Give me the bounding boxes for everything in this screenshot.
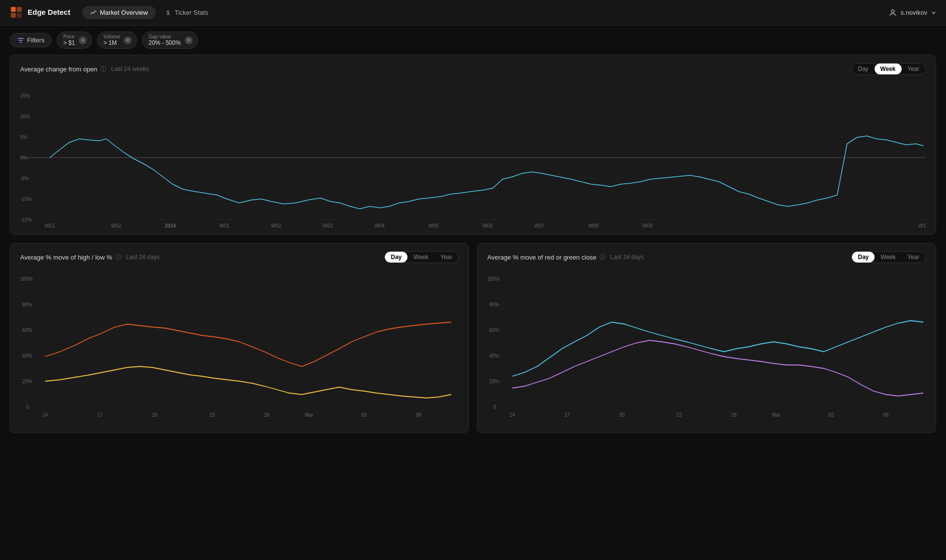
svg-text:03: 03 [828, 412, 834, 418]
svg-text:W02: W02 [271, 223, 281, 229]
logo: Edge Detect [10, 6, 70, 20]
filters-label: Filters [27, 36, 44, 44]
svg-text:17: 17 [97, 412, 103, 418]
svg-rect-3 [17, 13, 22, 18]
top-chart-svg: 15% 10% 5% 0% -5% -10% -15% W51 W52 2024… [20, 81, 926, 229]
svg-text:W01: W01 [219, 223, 230, 229]
top-chart-card: Average change from open ⓘ Last 24 weeks… [10, 55, 936, 235]
svg-text:14: 14 [42, 412, 48, 418]
bottom-right-chart-card: Average % move of red or green close ⓘ L… [477, 243, 936, 433]
user-menu[interactable]: s.novikov [889, 9, 936, 17]
bottom-left-chart-svg: 100% 80% 60% 40% 20% 0 14 17 20 23 26 [20, 269, 459, 427]
svg-text:03: 03 [361, 412, 367, 418]
nav-tab-ticker-stats[interactable]: $ Ticker Stats [158, 6, 216, 19]
svg-text:W03: W03 [323, 223, 333, 229]
price-chip-close[interactable]: ✕ [79, 36, 87, 44]
nav-tab-ticker-stats-label: Ticker Stats [174, 9, 208, 16]
volume-chip-value: > 1M [103, 39, 117, 46]
dollar-icon: $ [166, 10, 171, 16]
svg-text:-5%: -5% [20, 176, 29, 181]
logo-icon [10, 6, 24, 20]
svg-text:5%: 5% [20, 134, 28, 140]
bottom-left-chart-card: Average % move of high / low % ⓘ Last 24… [10, 243, 469, 433]
svg-text:100%: 100% [487, 276, 500, 282]
svg-text:10%: 10% [20, 114, 30, 119]
nav-tab-market-overview[interactable]: Market Overview [82, 6, 156, 19]
svg-rect-2 [11, 13, 16, 18]
bl-toggle-week[interactable]: Week [407, 252, 434, 263]
svg-text:W10: W10 [918, 223, 926, 229]
top-chart-info-icon: ⓘ [101, 65, 106, 73]
volume-chip-close[interactable]: ✕ [124, 36, 132, 44]
svg-rect-1 [17, 7, 22, 12]
top-toggle-year[interactable]: Year [902, 64, 925, 74]
svg-text:06: 06 [883, 412, 889, 418]
charts-container: Average change from open ⓘ Last 24 weeks… [0, 55, 946, 443]
svg-text:W52: W52 [111, 223, 122, 229]
svg-text:20%: 20% [489, 379, 499, 384]
filter-chip-volume: Volume > 1M ✕ [97, 32, 137, 49]
svg-text:0%: 0% [20, 155, 28, 161]
svg-text:W09: W09 [642, 223, 653, 229]
svg-text:100%: 100% [20, 276, 33, 282]
user-icon [889, 9, 897, 17]
svg-text:14: 14 [509, 412, 515, 418]
top-chart-period: Last 24 weeks [111, 66, 149, 72]
br-toggle-year[interactable]: Year [902, 252, 925, 263]
filter-bar: Filters Price > $1 ✕ Volume > 1M ✕ Gap v… [0, 26, 946, 55]
filters-button[interactable]: Filters [10, 33, 52, 47]
svg-text:W04: W04 [374, 223, 385, 229]
svg-text:26: 26 [264, 412, 270, 418]
svg-text:23: 23 [209, 412, 215, 418]
volume-chip-label: Volume [103, 34, 120, 39]
gap-chip-close[interactable]: ✕ [185, 36, 193, 44]
bl-toggle-year[interactable]: Year [435, 252, 458, 263]
top-chart-header: Average change from open ⓘ Last 24 weeks… [20, 63, 926, 75]
bottom-left-toggles: Day Week Year [384, 251, 459, 263]
br-toggle-day[interactable]: Day [852, 252, 875, 263]
svg-text:40%: 40% [489, 353, 499, 359]
svg-text:W06: W06 [483, 223, 493, 229]
svg-text:17: 17 [564, 412, 570, 418]
svg-text:60%: 60% [489, 328, 499, 333]
bottom-left-svg-container: 100% 80% 60% 40% 20% 0 14 17 20 23 26 [20, 269, 459, 427]
bottom-right-chart-header: Average % move of red or green close ⓘ L… [487, 251, 926, 263]
header: Edge Detect Market Overview $ Ticker Sta… [0, 0, 946, 26]
svg-text:-15%: -15% [20, 217, 32, 223]
bl-toggle-day[interactable]: Day [385, 252, 407, 263]
svg-text:2024: 2024 [165, 223, 176, 229]
top-chart-svg-container: 15% 10% 5% 0% -5% -10% -15% W51 W52 2024… [20, 81, 926, 229]
svg-text:Mar: Mar [305, 412, 314, 418]
gap-chip-value: 20% - 500% [148, 39, 180, 46]
svg-text:20%: 20% [22, 379, 32, 384]
filter-chip-price: Price > $1 ✕ [57, 32, 92, 49]
svg-text:20: 20 [619, 412, 625, 418]
bottom-right-chart-svg: 100% 80% 60% 40% 20% 0 14 17 20 23 26 [487, 269, 926, 427]
svg-text:W51: W51 [45, 223, 55, 229]
top-chart-toggles: Day Week Year [851, 63, 926, 75]
br-toggle-week[interactable]: Week [875, 252, 901, 263]
bottom-left-info-icon: ⓘ [115, 253, 121, 262]
svg-text:0: 0 [493, 404, 496, 410]
svg-text:80%: 80% [489, 302, 499, 307]
chart-icon [90, 9, 97, 16]
bottom-right-svg-container: 100% 80% 60% 40% 20% 0 14 17 20 23 26 [487, 269, 926, 427]
svg-text:W05: W05 [429, 223, 439, 229]
nav-tab-market-overview-label: Market Overview [100, 9, 148, 16]
svg-text:60%: 60% [22, 328, 32, 333]
svg-text:06: 06 [416, 412, 422, 418]
svg-text:80%: 80% [22, 302, 32, 307]
svg-text:26: 26 [731, 412, 737, 418]
svg-text:23: 23 [676, 412, 682, 418]
app-name: Edge Detect [28, 8, 70, 17]
svg-text:15%: 15% [20, 93, 30, 99]
bottom-left-chart-title: Average % move of high / low % [20, 254, 112, 261]
top-toggle-day[interactable]: Day [852, 64, 874, 74]
filter-icon [17, 37, 24, 43]
top-toggle-week[interactable]: Week [875, 64, 902, 74]
svg-text:$: $ [167, 10, 169, 16]
svg-text:40%: 40% [22, 353, 32, 359]
svg-text:W08: W08 [588, 223, 599, 229]
bottom-right-period: Last 24 days [610, 254, 644, 261]
filter-chip-gap: Gap value 20% - 500% ✕ [142, 32, 198, 49]
